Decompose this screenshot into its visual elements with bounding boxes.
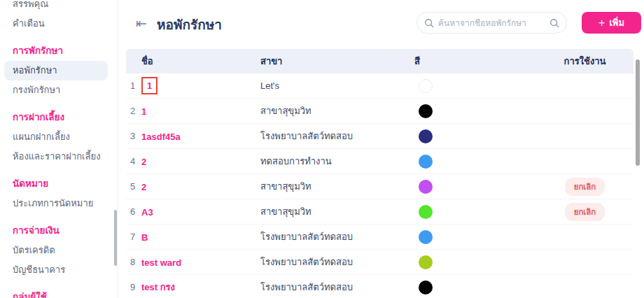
- sidebar-section-header: การพักรักษา: [0, 41, 118, 61]
- row-number: 1: [126, 80, 137, 91]
- ward-name-link[interactable]: 1: [141, 106, 146, 117]
- ward-name-cell: 1: [137, 105, 256, 118]
- color-dot: [419, 180, 433, 194]
- add-button-label: เพิ่ม: [609, 15, 624, 30]
- color-dot-cell: [410, 205, 536, 219]
- col-header-color: สี: [410, 54, 536, 69]
- add-button[interactable]: + เพิ่ม: [582, 12, 641, 34]
- color-dot: [419, 230, 433, 244]
- row-number: 2: [126, 106, 137, 116]
- table-row[interactable]: 31asdf45aโรงพยาบาลสัตว์ทดสอบ: [126, 124, 634, 149]
- col-header-name: ชื่อ: [137, 54, 256, 69]
- ward-name-link[interactable]: test ward: [141, 257, 181, 268]
- search-bar[interactable]: [416, 12, 567, 34]
- sidebar-item[interactable]: สรรพคุณ: [0, 0, 118, 14]
- search-icon: [424, 18, 434, 28]
- ward-name-cell: 1: [137, 77, 256, 94]
- table-header-row: ชื่อ สาขา สี การใช้งาน: [126, 49, 634, 73]
- ward-name-link[interactable]: A3: [141, 207, 153, 218]
- row-number: 6: [126, 206, 137, 217]
- search-input[interactable]: [438, 18, 545, 28]
- color-dot: [419, 205, 433, 219]
- ward-name-link[interactable]: 2: [141, 157, 146, 167]
- sidebar-item[interactable]: ห้องและราคาฝากเลี้ยง: [0, 147, 118, 166]
- ward-name-link[interactable]: test กรง: [141, 282, 175, 292]
- sidebar-item[interactable]: กรงพักรักษา: [0, 80, 118, 100]
- table-row[interactable]: 11Let's: [126, 73, 634, 99]
- ward-name-cell: 2: [137, 180, 256, 193]
- ward-name-link[interactable]: 1: [147, 80, 152, 91]
- row-number: 4: [126, 156, 137, 166]
- branch-label: โรงพยาบาลสัตว์ทดสอบ: [256, 129, 410, 143]
- ward-name-cell: test ward: [137, 256, 256, 269]
- sidebar-section-header: การฝากเลี้ยง: [0, 108, 118, 127]
- branch-label: สาขาสุขุมวิท: [256, 204, 410, 219]
- table-row[interactable]: 8test wardโรงพยาบาลสัตว์ทดสอบ: [126, 250, 634, 275]
- branch-label: สาขาสุขุมวิท: [256, 179, 410, 194]
- sidebar-section-header: การจ่ายเงิน: [0, 221, 118, 241]
- ward-name-link[interactable]: 1asdf45a: [141, 132, 181, 142]
- color-dot: [419, 79, 433, 93]
- table-row[interactable]: 7Bโรงพยาบาลสัตว์ทดสอบ: [126, 225, 634, 250]
- row-number: 9: [126, 282, 137, 292]
- color-dot-cell: [410, 104, 536, 118]
- color-dot: [419, 281, 433, 295]
- sidebar-item[interactable]: บัตรเครดิต: [0, 241, 118, 260]
- plus-icon: +: [598, 17, 605, 29]
- color-dot: [419, 155, 433, 169]
- color-dot-cell: [410, 180, 536, 194]
- table-body: 11Let's21สาขาสุขุมวิท31asdf45aโรงพยาบาลส…: [126, 73, 634, 298]
- sidebar-scrollbar[interactable]: [114, 210, 117, 266]
- sidebar-item-active[interactable]: หอพักรักษา: [4, 61, 108, 80]
- table-row[interactable]: 42ทดสอบการทำงาน: [126, 149, 634, 174]
- color-dot: [419, 104, 433, 118]
- table-row[interactable]: 6A3สาขาสุขุมวิทยกเลิก: [126, 199, 634, 225]
- col-header-usage: การใช้งาน: [536, 54, 634, 69]
- usage-status-cell: ยกเลิก: [536, 203, 634, 221]
- sidebar: สรรพคุณคำเตือนการพักรักษาหอพักรักษากรงพั…: [0, 0, 118, 298]
- collapse-sidebar-icon[interactable]: ⇤: [136, 15, 147, 32]
- col-header-branch: สาขา: [256, 54, 410, 69]
- sidebar-menu: สรรพคุณคำเตือนการพักรักษาหอพักรักษากรงพั…: [0, 0, 118, 298]
- color-dot-cell: [410, 129, 536, 143]
- color-dot-cell: [410, 230, 536, 244]
- page-title: หอพักรักษา: [157, 14, 222, 35]
- row-number: 7: [126, 232, 137, 242]
- sidebar-section-header: กลุ่มผู้ใช้: [0, 288, 118, 298]
- row-number: 8: [126, 257, 137, 267]
- ward-name-link[interactable]: B: [141, 232, 148, 243]
- sidebar-section-header: นัดหมาย: [0, 174, 118, 194]
- color-dot-cell: [410, 155, 536, 169]
- color-dot: [419, 255, 433, 269]
- branch-label: สาขาสุขุมวิท: [256, 104, 410, 118]
- table-row[interactable]: 9test กรงโรงพยาบาลสัตว์ทดสอบ: [126, 275, 634, 298]
- color-dot-cell: [410, 79, 536, 93]
- ward-name-cell: test กรง: [137, 280, 256, 295]
- branch-label: โรงพยาบาลสัตว์ทดสอบ: [256, 229, 410, 244]
- sidebar-item[interactable]: ประเภทการนัดหมาย: [0, 194, 118, 213]
- color-dot-cell: [410, 281, 536, 295]
- ward-name-cell: B: [137, 231, 256, 243]
- usage-status-cell: ยกเลิก: [536, 178, 634, 196]
- table-row[interactable]: 52สาขาสุขุมวิทยกเลิก: [126, 174, 634, 199]
- color-dot-cell: [410, 255, 536, 269]
- sidebar-item[interactable]: แผนกฝากเลี้ยง: [0, 127, 118, 147]
- ward-name-cell: A3: [137, 206, 256, 218]
- sidebar-item[interactable]: บัญชีธนาคาร: [0, 260, 118, 280]
- row-number: 3: [126, 131, 137, 141]
- sidebar-item[interactable]: คำเตือน: [0, 14, 118, 34]
- cancelled-badge: ยกเลิก: [565, 178, 606, 196]
- row-number: 5: [126, 181, 137, 192]
- ward-name-link[interactable]: 2: [141, 182, 146, 192]
- main-scrollbar[interactable]: [636, 59, 640, 166]
- search-submit-icon[interactable]: [550, 18, 559, 28]
- ward-name-cell: 1asdf45a: [137, 130, 256, 143]
- branch-label: โรงพยาบาลสัตว์ทดสอบ: [256, 280, 410, 295]
- ward-table: ชื่อ สาขา สี การใช้งาน 11Let's21สาขาสุขุ…: [126, 49, 634, 298]
- table-row[interactable]: 21สาขาสุขุมวิท: [126, 99, 634, 124]
- branch-label: โรงพยาบาลสัตว์ทดสอบ: [256, 255, 410, 269]
- branch-label: Let's: [256, 80, 410, 91]
- branch-label: ทดสอบการทำงาน: [256, 154, 410, 169]
- click-annotation-box: 1: [141, 77, 158, 94]
- color-dot: [419, 129, 433, 143]
